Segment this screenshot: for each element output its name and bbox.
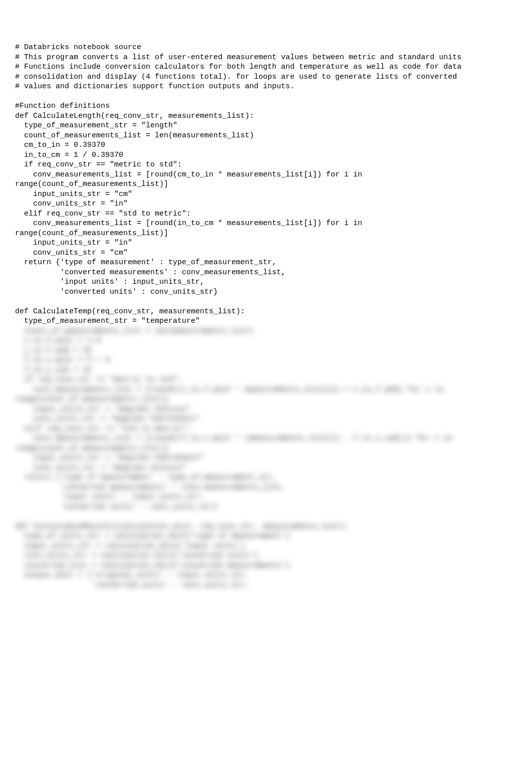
code-visible: # Databricks notebook source # This prog… xyxy=(15,43,517,326)
code-blurred: count_of_measurements_list = len(measure… xyxy=(15,326,517,591)
